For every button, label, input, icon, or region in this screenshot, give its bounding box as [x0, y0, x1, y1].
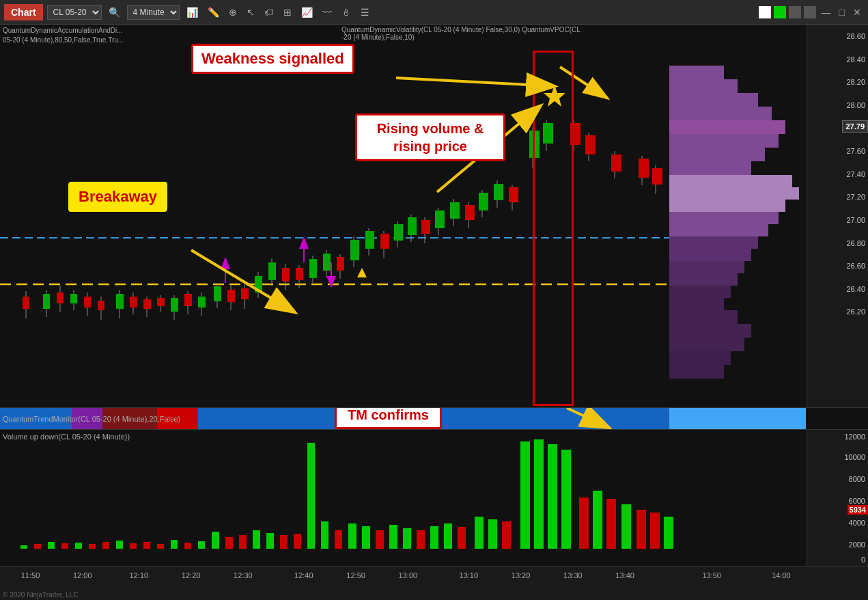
- price-26-20: 26.20: [846, 308, 865, 316]
- price-28-20: 28.20: [846, 78, 865, 86]
- svg-rect-12: [669, 212, 779, 224]
- svg-rect-21: [669, 324, 751, 338]
- svg-rect-42: [130, 297, 137, 308]
- svg-rect-151: [253, 530, 260, 549]
- svg-rect-44: [143, 299, 151, 309]
- svg-rect-138: [75, 543, 82, 549]
- current-price: 27.79: [842, 120, 868, 133]
- time-12-00: 12:00: [73, 571, 92, 579]
- maximize-icon[interactable]: □: [837, 5, 848, 19]
- tm-confirms-annotation: TM confirms: [335, 407, 442, 429]
- vol-4000: 4000: [849, 519, 865, 527]
- svg-rect-22: [669, 338, 744, 351]
- time-13-50: 13:50: [702, 571, 721, 579]
- svg-rect-34: [70, 294, 77, 303]
- trend-monitor-label: QuantumTrendMonitor(CL 05-20 (4 Minute),…: [3, 415, 180, 423]
- svg-rect-4: [669, 107, 772, 120]
- vol-12000: 12000: [844, 433, 865, 441]
- svg-rect-36: [84, 297, 91, 308]
- price-27-20: 27.20: [846, 193, 865, 201]
- svg-rect-149: [225, 537, 233, 549]
- time-12-40: 12:40: [294, 571, 313, 579]
- svg-rect-135: [34, 544, 41, 549]
- svg-rect-23: [669, 351, 731, 365]
- svg-rect-54: [214, 286, 221, 301]
- tag-icon[interactable]: 🏷: [262, 5, 277, 19]
- svg-rect-167: [475, 517, 484, 549]
- time-13-10: 13:10: [460, 571, 479, 579]
- svg-rect-166: [458, 527, 466, 549]
- plus-icon[interactable]: ⊕: [226, 5, 240, 19]
- svg-rect-2: [669, 79, 738, 93]
- svg-rect-109: [639, 159, 649, 178]
- chart-button[interactable]: Chart: [4, 4, 43, 21]
- time-12-20: 12:20: [182, 571, 201, 579]
- pencil-icon[interactable]: ✏️: [205, 5, 222, 19]
- price-28-60: 28.60: [846, 32, 865, 40]
- timeframe-select[interactable]: 4 Minute: [127, 5, 180, 20]
- gray-square-2-icon: [804, 6, 816, 18]
- time-13-30: 13:30: [563, 571, 583, 579]
- search-icon[interactable]: 🔍: [106, 5, 123, 19]
- symbol-select[interactable]: CL 05-20: [47, 5, 102, 20]
- green-square-icon: [774, 6, 786, 18]
- svg-rect-130: [669, 408, 806, 429]
- white-square-icon: [759, 6, 771, 18]
- candle-icon[interactable]: 🕯: [339, 5, 354, 19]
- svg-rect-178: [636, 510, 646, 549]
- svg-rect-96: [509, 187, 518, 202]
- price-26-80: 26.80: [846, 239, 865, 247]
- volume-svg: [0, 436, 806, 552]
- svg-rect-24: [669, 365, 724, 379]
- svg-rect-143: [143, 542, 150, 549]
- svg-rect-168: [488, 519, 497, 549]
- svg-rect-162: [403, 528, 411, 549]
- minimize-icon[interactable]: —: [819, 5, 834, 19]
- price-27-40: 27.40: [846, 170, 865, 178]
- svg-rect-76: [365, 231, 374, 249]
- svg-rect-80: [394, 224, 403, 241]
- toolbar: Chart CL 05-20 🔍 4 Minute 📊 ✏️ ⊕ ↖ 🏷 ⊞ 📈…: [0, 0, 868, 25]
- bar-chart-icon[interactable]: 📊: [184, 5, 201, 19]
- svg-rect-157: [335, 530, 342, 549]
- rising-annotation: Rising volume &rising price: [355, 113, 505, 161]
- svg-rect-98: [529, 131, 540, 158]
- svg-rect-50: [184, 294, 192, 306]
- wave-icon[interactable]: 〰: [320, 5, 335, 19]
- svg-rect-160: [376, 530, 384, 549]
- svg-rect-140: [102, 542, 109, 549]
- weakness-annotation: Weakness signalled: [191, 44, 354, 74]
- svg-rect-19: [669, 298, 724, 310]
- breakaway-annotation: Breakaway: [68, 182, 167, 212]
- svg-rect-165: [444, 523, 452, 549]
- price-28-00: 28.00: [846, 101, 865, 109]
- main-chart-area: QuantumDynamicAccumulationAndDi... 05-20…: [0, 25, 868, 407]
- svg-rect-145: [171, 540, 178, 549]
- svg-rect-15: [669, 249, 751, 261]
- svg-rect-158: [348, 523, 356, 549]
- svg-rect-28: [23, 297, 29, 309]
- close-icon[interactable]: ✕: [850, 5, 864, 19]
- cursor-icon[interactable]: ↖: [244, 5, 257, 19]
- svg-rect-68: [309, 259, 317, 278]
- time-11-50: 11:50: [21, 571, 40, 579]
- gray-square-icon: [789, 6, 801, 18]
- indicator-labels: QuantumDynamicAccumulationAndDi... 05-20…: [3, 26, 124, 45]
- svg-rect-5: [669, 120, 785, 134]
- svg-rect-111: [652, 168, 662, 185]
- list-icon[interactable]: ☰: [358, 5, 372, 19]
- svg-rect-137: [61, 543, 68, 549]
- svg-rect-177: [621, 504, 631, 549]
- price-26-60: 26.60: [846, 262, 865, 270]
- svg-rect-9: [669, 175, 792, 187]
- svg-rect-56: [227, 290, 235, 302]
- grid-icon[interactable]: ⊞: [281, 5, 294, 19]
- vol-8000: 8000: [849, 475, 865, 483]
- svg-rect-107: [611, 154, 621, 172]
- svg-rect-88: [450, 202, 460, 219]
- svg-rect-136: [48, 542, 55, 549]
- trend-icon[interactable]: 📈: [298, 5, 316, 19]
- svg-rect-155: [307, 443, 315, 549]
- main-chart-svg: [0, 25, 806, 407]
- svg-rect-30: [43, 294, 50, 309]
